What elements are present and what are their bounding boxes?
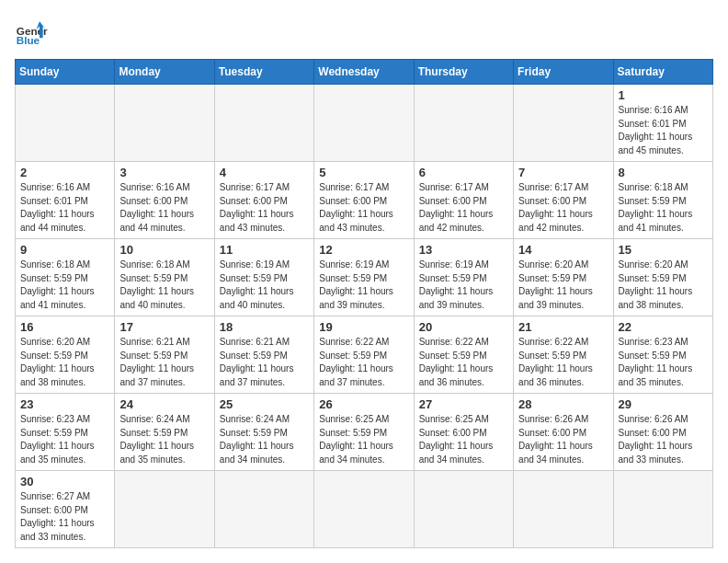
day-info: Sunrise: 6:22 AMSunset: 5:59 PMDaylight:… (518, 336, 608, 389)
day-number: 12 (319, 243, 408, 257)
calendar-table: SundayMondayTuesdayWednesdayThursdayFrid… (15, 59, 713, 548)
day-info: Sunrise: 6:18 AMSunset: 5:59 PMDaylight:… (119, 259, 209, 312)
day-info: Sunrise: 6:21 AMSunset: 5:59 PMDaylight:… (119, 336, 209, 389)
calendar-cell: 3Sunrise: 6:16 AMSunset: 6:00 PMDaylight… (115, 162, 214, 239)
day-header: Sunday (16, 60, 115, 85)
calendar-cell: 15Sunrise: 6:20 AMSunset: 5:59 PMDayligh… (613, 239, 712, 316)
day-number: 17 (119, 320, 209, 334)
day-info: Sunrise: 6:16 AMSunset: 6:01 PMDaylight:… (20, 181, 109, 235)
day-number: 8 (619, 166, 708, 179)
day-info: Sunrise: 6:17 AMSunset: 6:00 PMDaylight:… (220, 181, 309, 235)
calendar-cell: 30Sunrise: 6:27 AMSunset: 6:00 PMDayligh… (16, 471, 115, 548)
day-info: Sunrise: 6:20 AMSunset: 5:59 PMDaylight:… (20, 336, 109, 389)
day-info: Sunrise: 6:19 AMSunset: 5:59 PMDaylight:… (319, 259, 408, 312)
calendar-cell: 12Sunrise: 6:19 AMSunset: 5:59 PMDayligh… (314, 239, 414, 316)
day-header: Monday (115, 60, 214, 85)
day-number: 5 (319, 166, 408, 179)
calendar-cell: 13Sunrise: 6:19 AMSunset: 5:59 PMDayligh… (414, 239, 513, 316)
day-info: Sunrise: 6:21 AMSunset: 5:59 PMDaylight:… (220, 336, 309, 389)
day-info: Sunrise: 6:20 AMSunset: 5:59 PMDaylight:… (619, 259, 708, 312)
calendar-cell: 18Sunrise: 6:21 AMSunset: 5:59 PMDayligh… (214, 316, 313, 394)
calendar-cell: 10Sunrise: 6:18 AMSunset: 5:59 PMDayligh… (115, 239, 214, 316)
calendar-cell: 19Sunrise: 6:22 AMSunset: 5:59 PMDayligh… (314, 316, 414, 394)
day-info: Sunrise: 6:16 AMSunset: 6:01 PMDaylight:… (619, 104, 708, 157)
calendar-cell (514, 471, 613, 548)
day-number: 15 (619, 243, 708, 257)
day-info: Sunrise: 6:17 AMSunset: 6:00 PMDaylight:… (419, 181, 508, 235)
calendar-cell: 16Sunrise: 6:20 AMSunset: 5:59 PMDayligh… (16, 316, 115, 394)
day-number: 30 (20, 475, 109, 488)
day-number: 28 (518, 397, 608, 411)
day-info: Sunrise: 6:19 AMSunset: 5:59 PMDaylight:… (220, 259, 309, 312)
page-header: General Blue (15, 15, 713, 48)
day-info: Sunrise: 6:25 AMSunset: 6:00 PMDaylight:… (419, 413, 508, 466)
day-number: 10 (119, 243, 209, 257)
day-number: 19 (319, 320, 408, 334)
calendar-cell (214, 471, 313, 548)
day-number: 9 (20, 243, 109, 257)
day-number: 24 (119, 397, 209, 411)
calendar-cell: 27Sunrise: 6:25 AMSunset: 6:00 PMDayligh… (414, 394, 513, 471)
day-number: 23 (20, 397, 109, 411)
day-info: Sunrise: 6:17 AMSunset: 6:00 PMDaylight:… (518, 181, 608, 235)
calendar-cell: 17Sunrise: 6:21 AMSunset: 5:59 PMDayligh… (115, 316, 214, 394)
day-info: Sunrise: 6:23 AMSunset: 5:59 PMDaylight:… (619, 336, 708, 389)
day-number: 22 (619, 320, 708, 334)
day-info: Sunrise: 6:18 AMSunset: 5:59 PMDaylight:… (619, 181, 708, 235)
calendar-cell: 2Sunrise: 6:16 AMSunset: 6:01 PMDaylight… (16, 162, 115, 239)
day-number: 16 (20, 320, 109, 334)
calendar-cell: 20Sunrise: 6:22 AMSunset: 5:59 PMDayligh… (414, 316, 513, 394)
day-info: Sunrise: 6:16 AMSunset: 6:00 PMDaylight:… (119, 181, 209, 235)
calendar-cell (115, 471, 214, 548)
calendar-cell: 26Sunrise: 6:25 AMSunset: 5:59 PMDayligh… (314, 394, 414, 471)
calendar-cell: 8Sunrise: 6:18 AMSunset: 5:59 PMDaylight… (613, 162, 712, 239)
calendar-cell (414, 471, 513, 548)
calendar-cell: 4Sunrise: 6:17 AMSunset: 6:00 PMDaylight… (214, 162, 313, 239)
calendar-cell: 7Sunrise: 6:17 AMSunset: 6:00 PMDaylight… (514, 162, 613, 239)
day-info: Sunrise: 6:22 AMSunset: 5:59 PMDaylight:… (319, 336, 408, 389)
day-header: Saturday (613, 60, 712, 85)
day-number: 4 (220, 166, 309, 179)
day-number: 13 (419, 243, 508, 257)
day-info: Sunrise: 6:26 AMSunset: 6:00 PMDaylight:… (518, 413, 608, 466)
day-number: 26 (319, 397, 408, 411)
calendar-cell: 25Sunrise: 6:24 AMSunset: 5:59 PMDayligh… (214, 394, 313, 471)
calendar-cell: 14Sunrise: 6:20 AMSunset: 5:59 PMDayligh… (514, 239, 613, 316)
calendar-cell: 22Sunrise: 6:23 AMSunset: 5:59 PMDayligh… (613, 316, 712, 394)
calendar-cell: 24Sunrise: 6:24 AMSunset: 5:59 PMDayligh… (115, 394, 214, 471)
day-info: Sunrise: 6:20 AMSunset: 5:59 PMDaylight:… (518, 259, 608, 312)
day-number: 6 (419, 166, 508, 179)
calendar-cell (115, 85, 214, 162)
day-info: Sunrise: 6:22 AMSunset: 5:59 PMDaylight:… (419, 336, 508, 389)
calendar-cell (314, 85, 414, 162)
day-number: 27 (419, 397, 508, 411)
calendar-cell: 23Sunrise: 6:23 AMSunset: 5:59 PMDayligh… (16, 394, 115, 471)
day-info: Sunrise: 6:26 AMSunset: 6:00 PMDaylight:… (619, 413, 708, 466)
day-header: Friday (514, 60, 613, 85)
day-header: Tuesday (214, 60, 313, 85)
calendar-cell: 9Sunrise: 6:18 AMSunset: 5:59 PMDaylight… (16, 239, 115, 316)
day-info: Sunrise: 6:24 AMSunset: 5:59 PMDaylight:… (119, 413, 209, 466)
day-info: Sunrise: 6:25 AMSunset: 5:59 PMDaylight:… (319, 413, 408, 466)
calendar-cell: 5Sunrise: 6:17 AMSunset: 6:00 PMDaylight… (314, 162, 414, 239)
day-info: Sunrise: 6:24 AMSunset: 5:59 PMDaylight:… (220, 413, 309, 466)
day-number: 3 (119, 166, 209, 179)
calendar-cell (314, 471, 414, 548)
day-info: Sunrise: 6:17 AMSunset: 6:00 PMDaylight:… (319, 181, 408, 235)
calendar-cell: 1Sunrise: 6:16 AMSunset: 6:01 PMDaylight… (613, 85, 712, 162)
day-number: 11 (220, 243, 309, 257)
calendar-cell: 28Sunrise: 6:26 AMSunset: 6:00 PMDayligh… (514, 394, 613, 471)
day-number: 21 (518, 320, 608, 334)
logo-icon: General Blue (15, 15, 48, 48)
calendar-row: 2Sunrise: 6:16 AMSunset: 6:01 PMDaylight… (16, 162, 713, 239)
day-number: 20 (419, 320, 508, 334)
calendar-row: 9Sunrise: 6:18 AMSunset: 5:59 PMDaylight… (16, 239, 713, 316)
day-number: 7 (518, 166, 608, 179)
calendar-cell: 6Sunrise: 6:17 AMSunset: 6:00 PMDaylight… (414, 162, 513, 239)
calendar-cell (613, 471, 712, 548)
day-number: 2 (20, 166, 109, 179)
day-number: 25 (220, 397, 309, 411)
day-number: 18 (220, 320, 309, 334)
logo: General Blue (15, 15, 48, 48)
day-header: Thursday (414, 60, 513, 85)
